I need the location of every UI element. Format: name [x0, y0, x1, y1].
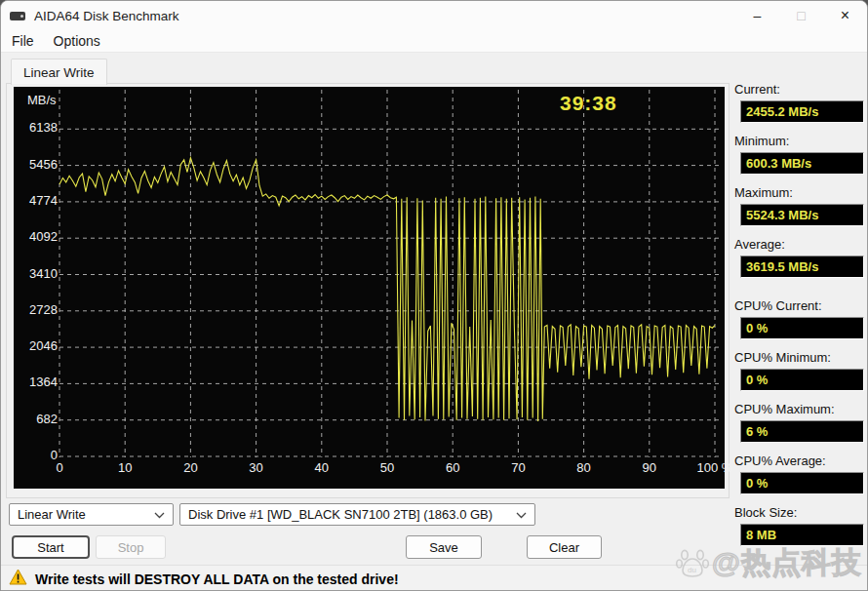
window-controls: – □ ×: [735, 1, 867, 30]
stat-label: Maximum:: [734, 185, 865, 201]
x-axis-tick-label: 50: [365, 460, 410, 475]
stat-average: Average: 3619.5 MB/s: [734, 237, 865, 253]
warning-text: Write tests will DESTROY ALL DATA on the…: [35, 571, 399, 587]
warning-bar: Write tests will DESTROY ALL DATA on the…: [1, 565, 867, 591]
stat-cpu-average: CPU% Average: 0 %: [734, 453, 865, 469]
drive-select[interactable]: Disk Drive #1 [WD_BLACK SN7100 2TB] (186…: [179, 503, 535, 526]
stat-value: 3619.5 MB/s: [740, 256, 864, 278]
x-axis-tick-label: 90: [627, 460, 672, 475]
x-axis-tick-label: 80: [562, 460, 607, 475]
chart-canvas: [14, 87, 725, 489]
stat-value: 5524.3 MB/s: [740, 204, 864, 226]
stat-value: 0 %: [740, 317, 864, 339]
test-type-select[interactable]: Linear Write: [9, 503, 174, 526]
chevron-down-icon: [516, 507, 527, 522]
stat-label: Average:: [734, 237, 865, 253]
stat-block-size: Block Size: 8 MB: [734, 505, 865, 521]
stat-value: 600.3 MB/s: [740, 152, 864, 175]
y-axis-tick-label: 6138: [14, 120, 58, 135]
y-axis-tick-label: 4092: [14, 229, 58, 244]
y-axis-tick-label: 1364: [14, 374, 58, 389]
x-axis-tick-label: 30: [234, 460, 279, 475]
stat-value: 6 %: [740, 420, 864, 443]
stat-value: 0 %: [740, 472, 864, 494]
stat-maximum: Maximum: 5524.3 MB/s: [734, 185, 865, 201]
stat-value: 2455.2 MB/s: [740, 100, 864, 123]
tab-linear-write[interactable]: Linear Write: [11, 59, 107, 85]
stat-label: CPU% Average:: [734, 453, 865, 469]
window-title: AIDA64 Disk Benchmark: [34, 9, 179, 23]
stat-label: Minimum:: [734, 134, 865, 149]
stat-cpu-minimum: CPU% Minimum: 0 %: [734, 350, 865, 366]
save-button[interactable]: Save: [406, 535, 482, 559]
stat-label: CPU% Current:: [734, 298, 865, 314]
chevron-down-icon: [154, 507, 165, 522]
stat-label: Current:: [734, 82, 865, 98]
x-axis-tick-label: 60: [430, 460, 475, 475]
stat-current: Current: 2455.2 MB/s: [734, 82, 865, 98]
x-axis-tick-label: 20: [168, 460, 213, 475]
stat-label: CPU% Minimum:: [734, 350, 865, 366]
benchmark-chart: MB/s 39:38 06821364204627283410409247745…: [14, 87, 725, 489]
tab-label: Linear Write: [23, 65, 95, 80]
y-axis-tick-label: 2046: [14, 338, 58, 353]
stat-cpu-maximum: CPU% Maximum: 6 %: [734, 402, 865, 417]
x-axis-tick-label: 0: [37, 460, 82, 475]
x-axis-tick-label: 100 %: [692, 460, 737, 475]
stat-label: CPU% Maximum:: [734, 402, 865, 417]
app-icon: [10, 8, 26, 24]
close-icon[interactable]: ×: [823, 1, 867, 30]
drive-select-value: Disk Drive #1 [WD_BLACK SN7100 2TB] (186…: [188, 507, 493, 522]
x-axis-tick-label: 40: [299, 460, 344, 475]
menu-options[interactable]: Options: [45, 31, 109, 51]
minimize-icon[interactable]: –: [735, 1, 779, 30]
y-axis-tick-label: 5456: [14, 157, 58, 172]
titlebar: AIDA64 Disk Benchmark – □ ×: [1, 1, 867, 30]
clear-button[interactable]: Clear: [527, 535, 602, 559]
stat-cpu-current: CPU% Current: 0 %: [734, 298, 865, 314]
y-axis-tick-label: 4774: [14, 193, 58, 208]
y-axis-tick-label: 3410: [14, 266, 58, 281]
stat-value: 0 %: [740, 369, 864, 391]
app-window: AIDA64 Disk Benchmark – □ × File Options…: [0, 0, 868, 591]
y-axis-tick-label: 682: [14, 412, 58, 426]
start-button[interactable]: Start: [12, 535, 90, 559]
stat-value: 8 MB: [740, 524, 864, 546]
stat-minimum: Minimum: 600.3 MB/s: [734, 134, 865, 149]
maximize-icon[interactable]: □: [779, 1, 823, 30]
x-axis-tick-label: 10: [102, 460, 147, 475]
y-axis-tick-label: 2728: [14, 302, 58, 317]
x-axis-tick-label: 70: [495, 460, 540, 475]
warning-triangle-icon: [9, 569, 27, 589]
stop-button[interactable]: Stop: [96, 535, 166, 559]
menu-file[interactable]: File: [3, 31, 43, 51]
test-type-value: Linear Write: [18, 507, 86, 522]
stat-label: Block Size:: [734, 505, 865, 521]
menubar: File Options: [1, 30, 867, 53]
